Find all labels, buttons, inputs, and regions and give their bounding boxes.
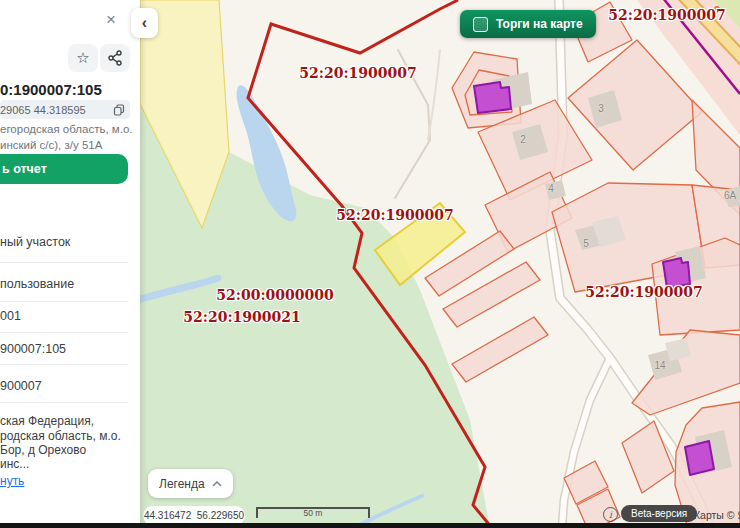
bottom-window-edge [0,523,740,528]
coordinates-value: 29065 44.318595 [0,104,113,116]
report-button[interactable]: ь отчет [0,154,128,184]
app-window: 52:20:1900007 52:20:1900007 52:00:000000… [0,0,740,528]
close-icon[interactable]: × [106,10,116,30]
map-scale-bar: 50 m [256,507,370,518]
building-number: 2 [520,134,526,145]
attribute-value: 900007 [0,379,42,393]
divider [0,301,128,302]
cadastral-label: 52:20:1900007 [585,284,703,300]
attribute-value: пользование [0,277,74,291]
parcel-info-panel: × ☆ 0:1900007:105 29065 44.318595 егород… [0,0,140,528]
attribute-value: 900007:105 [0,342,66,356]
cadastral-label: 52:20:1900007 [608,7,726,23]
info-icon[interactable]: i [603,507,618,522]
parcel-coordinates: 29065 44.318595 [0,100,130,119]
building-number: 6А [724,190,736,201]
scale-label: 50 m [258,509,368,518]
map-canvas[interactable] [140,0,740,528]
location-line: Бор, д Орехово [0,443,86,457]
cadastral-label: 52:20:1900007 [336,207,454,223]
checkbox-icon[interactable] [473,17,488,32]
address-line: егородская область, м.о. [0,121,133,137]
location-line: родская область, м.о. [0,429,121,443]
collapse-panel-button[interactable]: ‹ [131,8,158,38]
share-button[interactable] [100,44,130,72]
divider [0,402,128,403]
expand-link[interactable]: нуть [0,474,24,488]
building-number: 14 [654,360,665,371]
parcel-cadastral-number: 0:1900007:105 [0,81,102,98]
copy-icon[interactable] [113,104,125,116]
divider [0,262,128,263]
divider [0,332,128,333]
chevron-left-icon: ‹ [142,14,147,32]
attribute-value: ный участок [0,235,70,249]
location-line: инс... [0,457,29,471]
legend-label: Легенда [159,477,205,491]
star-icon: ☆ [76,49,89,67]
parcel-address: егородская область, м.о. инский с/с), з/… [0,121,133,153]
attribute-value: 001 [0,309,21,323]
building-number: 4 [548,183,554,194]
favorite-button[interactable]: ☆ [68,44,98,72]
auctions-on-map-toggle[interactable]: Торги на карте [460,10,596,38]
legend-button[interactable]: Легенда [148,469,233,498]
address-line: инский с/с), з/у 51А [0,137,133,153]
location-line: ская Федерация, [0,414,94,428]
map-viewport[interactable]: 52:20:1900007 52:20:1900007 52:00:000000… [140,0,740,528]
cadastral-label: 52:00:0000000 [216,287,334,303]
divider [0,364,128,365]
beta-badge: Beta-версия [621,505,697,522]
cadastral-label: 52:20:1900021 [183,309,301,325]
auctions-toggle-label: Торги на карте [496,17,583,31]
building-number: 3 [598,103,604,114]
map-attribution: Карты © Ян [694,509,740,521]
cadastral-label: 52:20:1900007 [299,65,417,81]
chevron-up-icon [212,481,222,487]
share-icon [108,50,122,66]
building-number: 5 [583,238,589,249]
